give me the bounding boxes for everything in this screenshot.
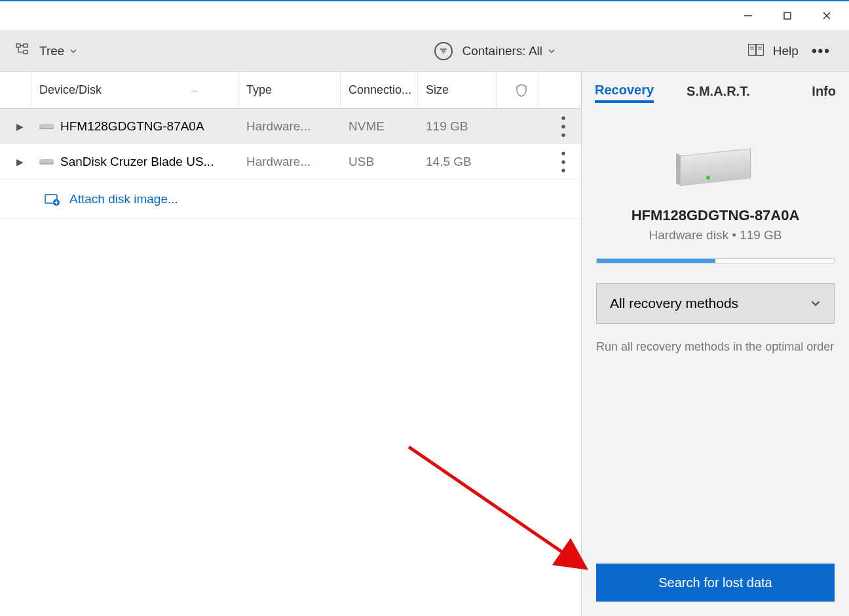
maximize-button[interactable] — [768, 3, 807, 29]
window-titlebar — [0, 1, 849, 30]
more-menu-button[interactable]: ••• — [808, 43, 835, 60]
device-connection: NVME — [341, 109, 418, 144]
filter-icon — [434, 42, 453, 60]
expand-icon[interactable]: ▶ — [8, 121, 31, 132]
disk-list-pane: Device/Disk ︿ Type Connectio... Size ▶ H… — [0, 72, 582, 616]
column-header-size[interactable]: Size — [418, 72, 497, 108]
view-mode-dropdown[interactable]: Tree — [39, 44, 77, 58]
selected-disk-subtitle: Hardware disk • 119 GB — [649, 228, 782, 242]
search-for-lost-data-button[interactable]: Search for lost data — [596, 564, 835, 602]
minimize-button[interactable] — [728, 3, 768, 29]
svg-rect-1 — [784, 12, 791, 19]
chevron-down-icon — [548, 47, 556, 55]
chevron-down-icon — [810, 298, 821, 309]
sort-asc-icon: ︿ — [191, 85, 198, 95]
svg-rect-5 — [24, 44, 28, 47]
help-icon — [748, 44, 764, 58]
svg-rect-11 — [756, 44, 763, 55]
disk-icon — [39, 159, 54, 164]
device-name: SanDisk Cruzer Blade US... — [60, 155, 214, 169]
svg-rect-6 — [24, 50, 28, 54]
selected-disk-name: HFM128GDGTNG-87A0A — [632, 207, 800, 224]
device-size: 14.5 GB — [418, 144, 497, 179]
row-menu-button[interactable]: ••• — [546, 148, 580, 176]
tab-info[interactable]: Info — [812, 84, 836, 102]
recovery-method-description: Run all recovery methods in the optimal … — [596, 338, 835, 356]
disk-usage-bar — [596, 258, 835, 263]
svg-rect-4 — [16, 44, 20, 47]
disk-icon — [39, 124, 54, 129]
row-menu-button[interactable]: ••• — [546, 113, 580, 140]
device-type: Hardware... — [238, 144, 341, 179]
shield-icon — [516, 84, 527, 97]
close-button[interactable] — [807, 3, 846, 29]
containers-label: Containers: All — [462, 44, 542, 58]
recovery-method-dropdown[interactable]: All recovery methods — [596, 283, 835, 324]
device-type: Hardware... — [238, 109, 341, 144]
containers-dropdown[interactable]: Containers: All — [462, 44, 556, 58]
expand-icon[interactable]: ▶ — [8, 157, 31, 167]
table-header: Device/Disk ︿ Type Connectio... Size — [0, 72, 581, 109]
main-toolbar: Tree Containers: All Help ••• — [0, 30, 849, 72]
attach-disk-image-label: Attach disk image... — [69, 192, 178, 206]
column-header-protection[interactable] — [497, 72, 538, 108]
details-tabs: Recovery S.M.A.R.T. Info — [582, 72, 849, 113]
device-connection: USB — [341, 144, 418, 179]
table-row[interactable]: ▶ HFM128GDGTNG-87A0A Hardware... NVME 11… — [0, 109, 581, 144]
device-size: 119 GB — [418, 109, 497, 144]
svg-rect-10 — [748, 44, 755, 55]
disk-illustration — [676, 139, 755, 191]
column-header-type[interactable]: Type — [238, 72, 341, 108]
view-mode-label: Tree — [39, 44, 64, 58]
tree-icon — [16, 43, 30, 60]
column-header-connection[interactable]: Connectio... — [341, 72, 418, 108]
table-row[interactable]: ▶ SanDisk Cruzer Blade US... Hardware...… — [0, 144, 581, 180]
attach-disk-image-link[interactable]: Attach disk image... — [0, 180, 581, 219]
recovery-method-label: All recovery methods — [610, 296, 738, 311]
device-name: HFM128GDGTNG-87A0A — [60, 119, 204, 134]
help-button[interactable]: Help — [773, 44, 799, 58]
chevron-down-icon — [69, 47, 77, 55]
help-label: Help — [773, 44, 799, 58]
column-header-device[interactable]: Device/Disk ︿ — [31, 72, 238, 108]
tab-recovery[interactable]: Recovery — [595, 83, 654, 103]
attach-disk-image-icon — [45, 193, 60, 206]
details-pane: Recovery S.M.A.R.T. Info HFM128GDGTNG-87… — [582, 72, 849, 616]
tab-smart[interactable]: S.M.A.R.T. — [687, 84, 750, 102]
